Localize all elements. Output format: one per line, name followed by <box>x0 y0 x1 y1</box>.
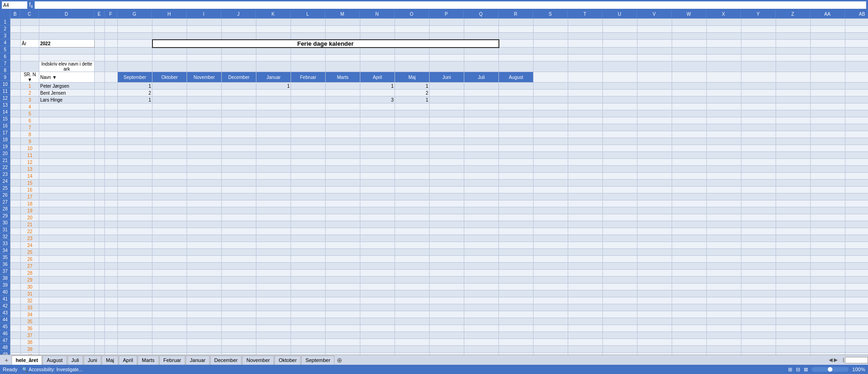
cell-X-15[interactable] <box>707 124 741 131</box>
cell-F-40[interactable] <box>105 297 118 304</box>
cell-AB-24[interactable] <box>845 187 868 193</box>
cell-B-13[interactable] <box>11 110 21 117</box>
cell-T-40[interactable] <box>568 297 603 304</box>
cell-E-46[interactable] <box>95 339 105 346</box>
cell-O-43[interactable] <box>395 318 430 325</box>
cell-P-48[interactable] <box>430 353 464 355</box>
cell-X-18[interactable] <box>707 145 741 152</box>
cell-K-32[interactable] <box>256 242 291 249</box>
cell-D-40[interactable] <box>39 297 95 304</box>
cell-C-48[interactable]: 40 <box>21 353 39 355</box>
cell-I-16[interactable] <box>187 131 222 138</box>
cell-L-43[interactable] <box>291 318 326 325</box>
cell-D-31[interactable] <box>39 235 95 242</box>
cell-AA-33[interactable] <box>811 249 845 256</box>
cell-D-27[interactable] <box>39 207 95 214</box>
cell-O-9[interactable]: 1 <box>395 83 430 90</box>
cell-C-1[interactable] <box>21 19 39 26</box>
cell-Y-19[interactable] <box>741 152 776 159</box>
cell-U-42[interactable] <box>603 311 637 318</box>
cell-S-46[interactable] <box>534 339 568 346</box>
cell-J-22[interactable] <box>222 173 256 180</box>
cell-R-19[interactable] <box>499 152 534 159</box>
cell-Z-3[interactable] <box>776 33 811 40</box>
cell-I-41[interactable] <box>187 304 222 311</box>
cell-K-2[interactable] <box>256 26 291 33</box>
cell-H-35[interactable] <box>152 263 187 270</box>
cell-T-25[interactable] <box>568 193 603 200</box>
cell-I-13[interactable] <box>187 110 222 117</box>
cell-W-24[interactable] <box>672 187 707 193</box>
cell-M-30[interactable] <box>326 228 360 235</box>
cell-C-17[interactable]: 9 <box>21 138 39 145</box>
cell-G-30[interactable] <box>118 228 152 235</box>
cell-Q-18[interactable] <box>464 145 499 152</box>
cell-D-41[interactable] <box>39 304 95 311</box>
cell-Y-29[interactable] <box>741 221 776 228</box>
cell-C-41[interactable]: 33 <box>21 304 39 311</box>
cell-N-36[interactable] <box>360 270 395 277</box>
cell-S-16[interactable] <box>534 131 568 138</box>
cell-V-36[interactable] <box>637 270 672 277</box>
cell-K-30[interactable] <box>256 228 291 235</box>
cell-T-16[interactable] <box>568 131 603 138</box>
cell-E-1[interactable] <box>95 19 105 26</box>
cell-G-11[interactable]: 1 <box>118 97 152 103</box>
cell-S-38[interactable] <box>534 284 568 290</box>
cell-V-4[interactable] <box>637 40 672 48</box>
cell-F-34[interactable] <box>105 256 118 263</box>
cell-W-6[interactable] <box>672 54 707 61</box>
cell-K-38[interactable] <box>256 284 291 290</box>
cell-H-21[interactable] <box>152 166 187 173</box>
cell-O-29[interactable] <box>395 221 430 228</box>
cell-Y-5[interactable] <box>741 48 776 54</box>
cell-M-11[interactable] <box>326 97 360 103</box>
cell-C-6[interactable] <box>21 54 39 61</box>
cell-F-1[interactable] <box>105 19 118 26</box>
cell-U-5[interactable] <box>603 48 637 54</box>
cell-P-35[interactable] <box>430 263 464 270</box>
cell-T-5[interactable] <box>568 48 603 54</box>
cell-M-48[interactable] <box>326 353 360 355</box>
cell-Q-11[interactable] <box>464 97 499 103</box>
cell-Y-12[interactable] <box>741 103 776 110</box>
cell-V-17[interactable] <box>637 138 672 145</box>
cell-T-41[interactable] <box>568 304 603 311</box>
cell-V-28[interactable] <box>637 214 672 221</box>
cell-Y-41[interactable] <box>741 304 776 311</box>
cell-Z-34[interactable] <box>776 256 811 263</box>
cell-O-16[interactable] <box>395 131 430 138</box>
cell-R-35[interactable] <box>499 263 534 270</box>
cell-T-37[interactable] <box>568 277 603 284</box>
cell-B-7[interactable] <box>11 61 21 72</box>
cell-D-43[interactable] <box>39 318 95 325</box>
cell-W-22[interactable] <box>672 173 707 180</box>
cell-I-11[interactable] <box>187 97 222 103</box>
cell-T-32[interactable] <box>568 242 603 249</box>
cell-K-29[interactable] <box>256 221 291 228</box>
cell-U-6[interactable] <box>603 54 637 61</box>
cell-E-28[interactable] <box>95 214 105 221</box>
cell-F-41[interactable] <box>105 304 118 311</box>
cell-P-36[interactable] <box>430 270 464 277</box>
cell-L-1[interactable] <box>291 19 326 26</box>
cell-T-17[interactable] <box>568 138 603 145</box>
cell-T-13[interactable] <box>568 110 603 117</box>
cell-U-36[interactable] <box>603 270 637 277</box>
cell-T-19[interactable] <box>568 152 603 159</box>
cell-F-15[interactable] <box>105 124 118 131</box>
cell-X-48[interactable] <box>707 353 741 355</box>
cell-B-38[interactable] <box>11 284 21 290</box>
cell-Z-29[interactable] <box>776 221 811 228</box>
cell-O-10[interactable]: 2 <box>395 90 430 97</box>
cell-R-11[interactable] <box>499 97 534 103</box>
cell-H-48[interactable] <box>152 353 187 355</box>
cell-E-14[interactable] <box>95 117 105 124</box>
cell-W-17[interactable] <box>672 138 707 145</box>
cell-B-37[interactable] <box>11 277 21 284</box>
cell-AA-21[interactable] <box>811 166 845 173</box>
cell-R-44[interactable] <box>499 325 534 332</box>
cell-Z-5[interactable] <box>776 48 811 54</box>
cell-AA-13[interactable] <box>811 110 845 117</box>
cell-P-31[interactable] <box>430 235 464 242</box>
